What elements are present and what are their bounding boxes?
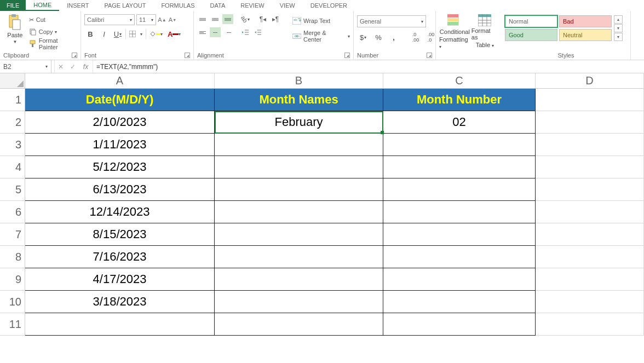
align-left-button[interactable] (197, 27, 208, 37)
font-size-select[interactable]: 11▾ (136, 14, 156, 25)
row-header-4[interactable]: 4 (0, 156, 25, 178)
select-all-corner[interactable] (0, 73, 25, 89)
align-top-button[interactable] (197, 14, 208, 24)
cell-A7[interactable]: 8/15/2023 (25, 223, 215, 246)
tab-developer[interactable]: DEVELOPER (303, 0, 355, 11)
align-center-button[interactable] (210, 27, 221, 37)
orientation-button[interactable]: ab▾ (240, 14, 251, 24)
dialog-launcher-icon[interactable] (427, 53, 432, 58)
col-header-A[interactable]: A (25, 73, 215, 89)
wrap-text-button[interactable]: ab Wrap Text (292, 15, 350, 26)
bold-button[interactable]: B (84, 28, 96, 39)
cell-D5[interactable] (536, 178, 644, 201)
col-header-D[interactable]: D (536, 73, 644, 89)
rtl-button[interactable]: ▸¶ (270, 14, 281, 24)
cell-B1[interactable]: Month Names (215, 89, 383, 111)
chevron-down-icon[interactable]: ▾ (614, 24, 623, 32)
cell-B6[interactable] (215, 201, 383, 223)
formula-input[interactable]: =TEXT(A2,"mmmm") (93, 60, 644, 73)
borders-button[interactable]: ▾ (128, 28, 144, 39)
cell-B4[interactable] (215, 156, 383, 178)
cell-D8[interactable] (536, 246, 644, 268)
italic-button[interactable]: I (98, 28, 110, 39)
row-header-11[interactable]: 11 (0, 313, 25, 336)
cell-A6[interactable]: 12/14/2023 (25, 201, 215, 223)
conditional-formatting-button[interactable]: Conditional Formatting ▾ (439, 12, 470, 49)
cell-style-good[interactable]: Good (505, 29, 557, 41)
cell-D2[interactable] (536, 111, 644, 134)
enter-formula-button[interactable]: ✓ (67, 60, 79, 73)
cell-A8[interactable]: 7/16/2023 (25, 246, 215, 268)
cell-A3[interactable]: 1/11/2023 (25, 134, 215, 156)
cell-A5[interactable]: 6/13/2023 (25, 178, 215, 201)
cell-B3[interactable] (215, 134, 383, 156)
cell-B11[interactable] (215, 313, 383, 336)
cell-C3[interactable] (383, 134, 536, 156)
underline-button[interactable]: U▾ (112, 28, 124, 39)
paste-button[interactable]: Paste ▼ (3, 12, 27, 44)
decrease-decimal-button[interactable]: .00.0 (425, 32, 437, 43)
col-header-B[interactable]: B (215, 73, 383, 89)
dialog-launcher-icon[interactable] (72, 53, 77, 58)
row-header-5[interactable]: 5 (0, 178, 25, 201)
row-header-1[interactable]: 1 (0, 89, 25, 111)
align-right-button[interactable] (222, 27, 233, 37)
copy-button[interactable]: Copy ▾ (29, 26, 77, 37)
cell-D11[interactable] (536, 313, 644, 336)
cell-D9[interactable] (536, 268, 644, 291)
row-header-10[interactable]: 10 (0, 291, 25, 313)
row-header-2[interactable]: 2 (0, 111, 25, 134)
align-bottom-button[interactable] (222, 14, 233, 24)
cell-C8[interactable] (383, 246, 536, 268)
format-as-table-button[interactable]: Format as Table ▾ (472, 12, 498, 48)
insert-function-button[interactable]: fx (79, 60, 93, 73)
cancel-formula-button[interactable]: ✕ (55, 60, 67, 73)
cell-A2[interactable]: 2/10/2023 (25, 111, 215, 134)
increase-indent-button[interactable] (252, 27, 263, 37)
fill-color-button[interactable]: ▾ (148, 28, 164, 39)
tab-data[interactable]: DATA (203, 0, 233, 11)
tab-view[interactable]: VIEW (272, 0, 303, 11)
cell-style-normal[interactable]: Normal (505, 15, 557, 27)
cell-C5[interactable] (383, 178, 536, 201)
cell-B10[interactable] (215, 291, 383, 313)
cell-D10[interactable] (536, 291, 644, 313)
cut-button[interactable]: ✂ Cut (29, 14, 77, 25)
styles-gallery-nav[interactable]: ▴ ▾ ▾ (614, 15, 623, 41)
decrease-indent-button[interactable] (240, 27, 251, 37)
format-painter-button[interactable]: Format Painter (29, 38, 77, 49)
cell-D4[interactable] (536, 156, 644, 178)
row-header-6[interactable]: 6 (0, 201, 25, 223)
cell-B2[interactable]: February (215, 111, 383, 134)
tab-insert[interactable]: INSERT (59, 0, 96, 11)
cell-B8[interactable] (215, 246, 383, 268)
tab-file[interactable]: FILE (0, 0, 26, 11)
increase-font-button[interactable]: A▲ (158, 15, 166, 24)
tab-page-layout[interactable]: PAGE LAYOUT (96, 0, 153, 11)
tab-formulas[interactable]: FORMULAS (153, 0, 202, 11)
font-color-button[interactable]: A▾ (166, 28, 182, 39)
row-header-7[interactable]: 7 (0, 223, 25, 246)
cell-D3[interactable] (536, 134, 644, 156)
cell-C11[interactable] (383, 313, 536, 336)
cell-C4[interactable] (383, 156, 536, 178)
cell-C7[interactable] (383, 223, 536, 246)
cell-B5[interactable] (215, 178, 383, 201)
cell-C6[interactable] (383, 201, 536, 223)
name-box[interactable]: B2▾ (0, 60, 51, 73)
cell-B9[interactable] (215, 268, 383, 291)
font-name-select[interactable]: Calibri▾ (84, 14, 135, 25)
accounting-format-button[interactable]: $▾ (357, 32, 369, 43)
col-header-C[interactable]: C (383, 73, 536, 89)
cell-C2[interactable]: 02 (383, 111, 536, 134)
decrease-font-button[interactable]: A▼ (168, 15, 177, 24)
cell-D6[interactable] (536, 201, 644, 223)
dialog-launcher-icon[interactable] (344, 53, 350, 58)
chevron-up-icon[interactable]: ▴ (614, 15, 623, 24)
tab-review[interactable]: REVIEW (233, 0, 272, 11)
merge-center-button[interactable]: Merge & Center ▾ (292, 31, 350, 42)
cell-style-bad[interactable]: Bad (559, 15, 612, 27)
cell-C1[interactable]: Month Number (383, 89, 536, 111)
cell-A9[interactable]: 4/17/2023 (25, 268, 215, 291)
increase-decimal-button[interactable]: .0.00 (410, 32, 422, 43)
